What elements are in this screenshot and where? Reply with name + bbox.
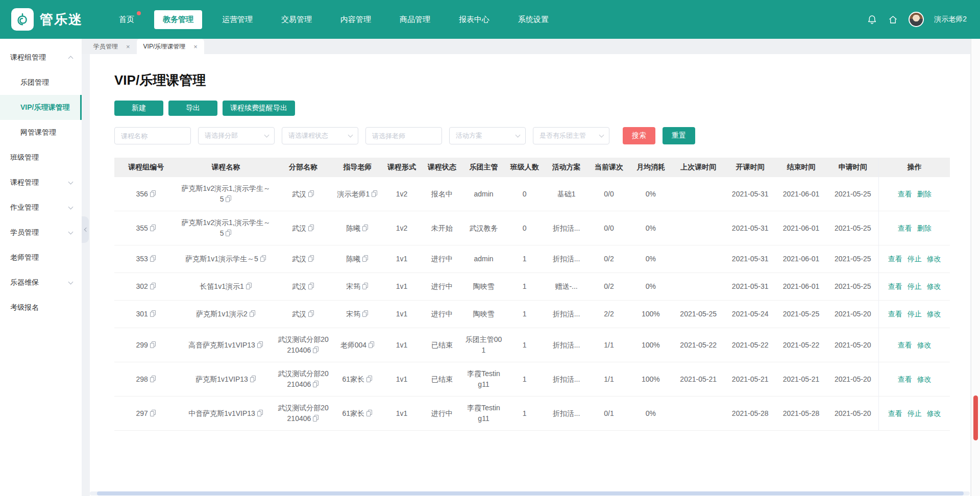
sidebar-item-teacher-mgmt[interactable]: 老师管理 [0,245,82,270]
notification-bell-icon[interactable] [867,14,877,25]
copy-icon[interactable] [366,376,373,382]
horizontal-scrollbar-thumb[interactable] [97,491,964,495]
copy-icon[interactable] [366,410,373,416]
copy-icon[interactable] [313,381,319,387]
edit-link[interactable]: 修改 [927,409,941,417]
horizontal-scrollbar[interactable] [90,491,970,495]
logo[interactable]: 管乐迷 [11,8,107,31]
edit-link[interactable]: 修改 [917,375,932,383]
copy-icon[interactable] [362,283,369,289]
branch-select[interactable]: 请选择分部 [198,127,275,144]
search-button[interactable]: 搜索 [623,127,655,144]
user-name[interactable]: 演示老师2 [934,15,967,24]
copy-icon[interactable] [257,410,263,416]
copy-icon[interactable] [150,341,156,348]
copy-icon[interactable] [260,255,266,262]
view-link[interactable]: 查看 [898,341,912,349]
course-status-select[interactable]: 请选课程状态 [282,127,358,144]
delete-link[interactable]: 删除 [917,224,932,232]
nav-item-content[interactable]: 内容管理 [332,10,380,29]
nav-item-reports[interactable]: 报表中心 [450,10,498,29]
copy-icon[interactable] [150,376,156,382]
copy-icon[interactable] [257,341,263,348]
band-manager-select[interactable]: 是否有乐团主管 [533,127,609,144]
sidebar-item-student-mgmt[interactable]: 学员管理 [0,220,82,245]
copy-icon[interactable] [362,255,369,262]
copy-icon[interactable] [369,341,375,348]
activity-plan-select[interactable]: 活动方案 [449,127,526,144]
avatar[interactable] [909,12,924,27]
edit-link[interactable]: 修改 [917,341,932,349]
copy-icon[interactable] [150,225,156,231]
copy-icon[interactable] [226,195,232,202]
copy-icon[interactable] [362,310,369,317]
sidebar-item-web-course-mgmt[interactable]: 网管课管理 [0,120,82,145]
stop-link[interactable]: 停止 [908,310,922,318]
view-link[interactable]: 查看 [898,224,912,232]
copy-icon[interactable] [308,283,314,289]
cell-value: 进行中 [431,409,453,417]
copy-icon[interactable] [308,255,314,262]
view-link[interactable]: 查看 [888,310,902,318]
edit-link[interactable]: 修改 [927,282,941,290]
sidebar-item-course-group-mgmt[interactable]: 课程组管理 [0,45,82,70]
copy-icon[interactable] [150,310,156,317]
view-link[interactable]: 查看 [888,282,902,290]
teacher-input[interactable] [365,127,442,144]
copy-icon[interactable] [226,230,232,236]
copy-icon[interactable] [313,346,319,353]
sidebar-item-instrument-maintenance[interactable]: 乐器维保 [0,270,82,295]
view-link[interactable]: 查看 [888,255,902,263]
create-button[interactable]: 新建 [114,101,163,116]
copy-icon[interactable] [308,225,314,231]
copy-icon[interactable] [250,376,256,382]
cell-students: 1 [504,245,545,273]
edit-link[interactable]: 修改 [927,255,941,263]
copy-icon[interactable] [250,310,256,317]
nav-item-operations[interactable]: 运营管理 [213,10,261,29]
export-button[interactable]: 导出 [168,101,217,116]
nav-item-trade[interactable]: 交易管理 [273,10,321,29]
sidebar-item-homework-mgmt[interactable]: 作业管理 [0,195,82,220]
sidebar-item-class-mgmt[interactable]: 班级管理 [0,145,82,170]
vertical-scrollbar-thumb[interactable] [973,395,978,440]
stop-link[interactable]: 停止 [908,282,922,290]
vertical-scrollbar[interactable] [971,39,980,496]
nav-item-system[interactable]: 系统设置 [509,10,557,29]
nav-item-academic[interactable]: 教务管理 [154,10,202,29]
cell-name: 萨克斯1v1VIP13 [178,362,274,396]
copy-icon[interactable] [150,255,156,262]
view-link[interactable]: 查看 [898,375,912,383]
copy-icon[interactable] [150,410,156,416]
tab-student-mgmt[interactable]: 学员管理× [87,39,137,54]
stop-link[interactable]: 停止 [908,255,922,263]
sidebar-item-exam-registration[interactable]: 考级报名 [0,295,82,320]
nav-item-goods[interactable]: 商品管理 [391,10,439,29]
tab-close-icon[interactable]: × [126,43,130,50]
cell-apply_time: 2021-05-20 [827,362,878,396]
course-name-input[interactable] [114,127,191,144]
stop-link[interactable]: 停止 [908,409,922,417]
sidebar-item-vip-course-mgmt[interactable]: VIP/乐理课管理 [0,95,82,120]
copy-icon[interactable] [313,415,319,421]
tab-close-icon[interactable]: × [193,43,198,50]
delete-link[interactable]: 删除 [917,190,932,198]
sidebar-item-course-mgmt[interactable]: 课程管理 [0,170,82,195]
sidebar-collapse-handle[interactable] [82,216,89,243]
renewal-reminder-export-button[interactable]: 课程续费提醒导出 [223,101,295,116]
copy-icon[interactable] [308,310,314,317]
copy-icon[interactable] [150,283,156,289]
copy-icon[interactable] [150,190,156,197]
view-link[interactable]: 查看 [898,190,912,198]
home-icon[interactable] [888,14,898,25]
copy-icon[interactable] [362,225,369,231]
copy-icon[interactable] [372,190,378,197]
view-link[interactable]: 查看 [888,409,902,417]
copy-icon[interactable] [246,283,252,289]
reset-button[interactable]: 重置 [663,127,695,144]
tab-vip-course-mgmt[interactable]: VIP/乐理课管理× [137,39,204,54]
copy-icon[interactable] [308,190,314,197]
nav-item-home[interactable]: 首页 [110,10,143,29]
edit-link[interactable]: 修改 [927,310,941,318]
sidebar-item-band-mgmt[interactable]: 乐团管理 [0,70,82,95]
